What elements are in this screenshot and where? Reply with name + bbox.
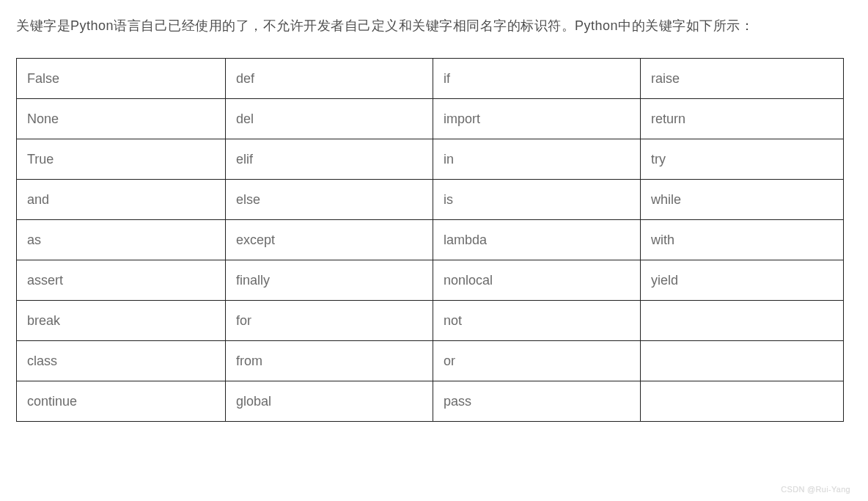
table-cell: global bbox=[226, 381, 433, 422]
table-cell: break bbox=[17, 301, 226, 341]
table-cell: or bbox=[433, 341, 641, 381]
table-row: continue global pass bbox=[17, 381, 844, 422]
keywords-table: False def if raise None del import retur… bbox=[16, 58, 844, 422]
table-row: and else is while bbox=[17, 180, 844, 220]
table-cell: else bbox=[226, 180, 433, 220]
table-cell bbox=[641, 341, 844, 381]
table-row: False def if raise bbox=[17, 59, 844, 99]
table-cell: nonlocal bbox=[433, 260, 641, 301]
table-cell: finally bbox=[226, 260, 433, 301]
table-cell: if bbox=[433, 59, 641, 99]
table-row: True elif in try bbox=[17, 139, 844, 180]
table-cell: import bbox=[433, 99, 641, 139]
intro-paragraph: 关键字是Python语言自己已经使用的了，不允许开发者自己定义和关键字相同名字的… bbox=[16, 13, 852, 39]
table-cell: def bbox=[226, 59, 433, 99]
table-row: assert finally nonlocal yield bbox=[17, 260, 844, 301]
table-row: None del import return bbox=[17, 99, 844, 139]
table-cell: for bbox=[226, 301, 433, 341]
table-cell: try bbox=[641, 139, 844, 180]
table-cell: and bbox=[17, 180, 226, 220]
table-cell bbox=[641, 381, 844, 422]
table-cell: lambda bbox=[433, 220, 641, 260]
table-cell: continue bbox=[17, 381, 226, 422]
table-cell: None bbox=[17, 99, 226, 139]
table-cell: as bbox=[17, 220, 226, 260]
table-cell: class bbox=[17, 341, 226, 381]
table-cell: not bbox=[433, 301, 641, 341]
table-cell: assert bbox=[17, 260, 226, 301]
table-cell: True bbox=[17, 139, 226, 180]
table-cell: False bbox=[17, 59, 226, 99]
table-cell: except bbox=[226, 220, 433, 260]
table-cell: return bbox=[641, 99, 844, 139]
table-row: as except lambda with bbox=[17, 220, 844, 260]
table-cell: yield bbox=[641, 260, 844, 301]
table-cell: in bbox=[433, 139, 641, 180]
table-cell bbox=[641, 301, 844, 341]
table-cell: with bbox=[641, 220, 844, 260]
watermark: CSDN @Rui-Yang bbox=[781, 485, 850, 494]
table-cell: is bbox=[433, 180, 641, 220]
table-row: class from or bbox=[17, 341, 844, 381]
table-row: break for not bbox=[17, 301, 844, 341]
table-cell: while bbox=[641, 180, 844, 220]
table-cell: from bbox=[226, 341, 433, 381]
table-cell: raise bbox=[641, 59, 844, 99]
table-cell: elif bbox=[226, 139, 433, 180]
table-cell: del bbox=[226, 99, 433, 139]
table-cell: pass bbox=[433, 381, 641, 422]
